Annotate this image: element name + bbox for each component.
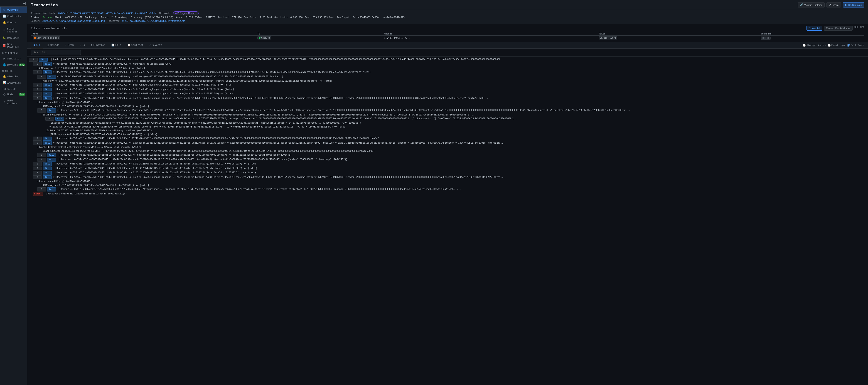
expand-icon[interactable]: ▼: [53, 62, 55, 66]
collapse-icon[interactable]: ◀: [23, 1, 26, 5]
trace-line: SCALL▼(Router => 0xf1e3a5842eeef51f2967b…: [27, 187, 868, 192]
trace-text: (0x5e8adfd6742983ca464efe0c28fd24788a328…: [50, 121, 361, 125]
gas-limit-label: Gas Limit:: [274, 16, 288, 19]
timestamp-value: 3 min ago (17/01/2024 13:08:30): [131, 16, 174, 19]
s-badge: S: [29, 58, 38, 62]
expand-icon[interactable]: ▼: [57, 75, 59, 78]
trace-line: SCALL▼[Receiver] 0x557da53fdae1b67614258…: [27, 166, 868, 171]
expand-icon[interactable]: ▼: [65, 117, 67, 120]
view-explorer-button[interactable]: 🔗 View in Explorer: [798, 2, 825, 7]
tab-from[interactable]: ← From: [63, 42, 76, 48]
expand-icon[interactable]: ▼: [50, 125, 51, 128]
full-trace-option[interactable]: Full Trace: [847, 44, 864, 47]
trace-text: [Receiver] 0x557da53fdae1b67614258451bf3…: [55, 70, 371, 74]
trace-text: [Receiver] 0x557da53fdae1b67614258451bf3…: [46, 192, 127, 195]
trace-text: (ARMProxy => 0x917a6913f785094f8b06785aa…: [50, 133, 157, 136]
col-token: Token: [597, 32, 759, 36]
sidebar-item-simulator[interactable]: ▶ Simulator: [0, 55, 27, 62]
sidebar-item-analytics[interactable]: 📊 Analytics: [0, 79, 27, 86]
trace-line: SCALL▼[Receiver] 0x557da53fdae1b67614258…: [27, 70, 868, 75]
contracts-icon: 📄: [3, 14, 6, 18]
trace-text: (Router => ARMProxy).fallback(0x39796f7): [37, 101, 92, 104]
col-standard: Standard: [759, 32, 864, 36]
sidebar-item-label: DevNets: [7, 64, 18, 66]
trace-line: (Router => ARMProxy).fallback(0x39796f7): [27, 100, 868, 104]
tx-hash-label: Transaction Hash:: [31, 12, 57, 15]
call-badge: CALL: [55, 117, 64, 121]
trace-line: SCALL▼[Receiver] 0x557da53fdae1b67614258…: [27, 175, 868, 180]
expand-icon[interactable]: ▼: [53, 96, 55, 100]
tab-reverts[interactable]: ↩ Reverts: [147, 42, 165, 48]
s-badge: S: [37, 75, 46, 79]
value-value: 0 MATIC: [206, 16, 215, 19]
events-icon: 🔔: [3, 21, 6, 24]
contract-icon: 📋: [127, 43, 130, 46]
re-simulate-button[interactable]: ▶ Re-Simulate: [843, 2, 864, 7]
trace-text: (ARMProxy => 0x917a6913f785094f8b06785aa…: [41, 184, 149, 187]
tab-all[interactable]: ≡ All: [31, 42, 43, 48]
na-value: N/A: [860, 26, 864, 31]
s-badge: S: [37, 187, 46, 191]
s-badge: S: [33, 88, 42, 92]
call-badge: CALL: [43, 96, 52, 100]
sidebar-item-contracts[interactable]: 📄 Contracts: [0, 13, 27, 19]
expand-icon[interactable]: ▼: [53, 141, 55, 145]
sidebar-item-web3-actions[interactable]: ⚡ Web3 Actions: [0, 98, 27, 107]
trace-text: (SelfFundedPingPong => Router).ccipSend(…: [41, 113, 474, 117]
expand-icon[interactable]: ▼: [53, 70, 55, 74]
call-badge: CALL: [43, 171, 52, 175]
file-icon: 📄: [111, 43, 114, 46]
devnets-badge: New: [19, 64, 25, 66]
sidebar-item-alerting[interactable]: 🔔 Alerting: [0, 73, 27, 79]
share-icon: ↗: [829, 3, 831, 6]
tab-file[interactable]: 📄 File: [108, 42, 124, 48]
amount-cell: 11,408,340,813,2...: [382, 36, 597, 40]
sidebar-item-gas-profiler[interactable]: ⛽ Gas Profiler: [0, 41, 27, 50]
sidebar-item-devnets[interactable]: 🌐 DevNets New: [0, 62, 27, 68]
sidebar-item-debugger[interactable]: 🐛 Debugger: [0, 35, 27, 41]
tx-info: Transaction Hash: 0x06cb1c7d92483e67382a…: [27, 10, 868, 24]
trace-line: SCALL▼(Router => 0x5e8adfd6742983ca464ef…: [27, 117, 868, 121]
sidebar-item-state-changes[interactable]: ≡ State Changes: [0, 26, 27, 35]
trace-text: (0x5e8adfd6742983ca464efe0c28fd24788a328…: [52, 125, 346, 128]
sidebar-item-label: Gas Profiler: [7, 43, 25, 49]
s-badge: S: [45, 117, 54, 121]
s-badge: S: [33, 92, 42, 96]
trace-content: SCALL▼[Sender] 0x19022f3c575b4a36e01af11…: [27, 57, 868, 385]
trace-text: (0x2f68e281e21d713f51cb7cf3fb97384383c83…: [59, 75, 283, 78]
call-badge: CALL: [43, 136, 52, 141]
sidebar-toggle[interactable]: ◀: [0, 0, 27, 7]
call-badge: CALL: [43, 70, 52, 74]
call-badge: CALL: [47, 158, 56, 162]
expand-icon[interactable]: ▼: [57, 108, 59, 112]
sidebar-item-events[interactable]: 🔔 Events: [0, 19, 27, 26]
storage-access-option[interactable]: Storage Access: [803, 44, 826, 47]
call-badge: CALL: [43, 83, 52, 87]
to-icon: →: [80, 43, 81, 46]
search-input[interactable]: [31, 50, 81, 55]
tab-contract[interactable]: 📋 Contract: [125, 42, 146, 48]
tokens-toggle: Show All Group By Address USD N/A: [806, 26, 864, 31]
show-all-button[interactable]: Show All: [806, 26, 822, 31]
alerting-icon: 🔔: [3, 75, 6, 78]
tab-function[interactable]: ƒ Function: [88, 42, 108, 48]
sidebar-item-overview[interactable]: ⊞ Overview: [0, 7, 27, 13]
tab-to[interactable]: → To: [77, 42, 88, 48]
all-icon: ≡: [34, 43, 35, 46]
sidebar-item-label: State Changes: [7, 27, 25, 33]
sidebar-item-label: Debugger: [7, 36, 19, 39]
trace-text: [Receiver] 0x557da53fdae1b67614258451bf3…: [55, 166, 257, 170]
event-logs-option[interactable]: Event Logs: [828, 44, 845, 47]
expand-icon[interactable]: ▼: [53, 175, 55, 179]
sidebar-item-node[interactable]: ⬡ Node New: [0, 91, 27, 98]
call-badge: CALL: [47, 108, 56, 113]
share-button[interactable]: ↗ Share: [827, 2, 841, 7]
topbar-actions: 🔗 View in Explorer ↗ Share ▶ Re-Simulate: [798, 2, 864, 7]
tokens-title: Tokens transferred (1): [31, 27, 67, 30]
trace-line: (SelfFundedPingPong => Router).ccipSend(…: [27, 113, 868, 117]
receiver-value: 0x557da53fdae1b67614258451bf3944ff9c9e29…: [122, 20, 185, 23]
tab-opcode[interactable]: {} OpCode: [44, 42, 62, 48]
status-value: Success: [43, 16, 52, 19]
token-chip: 0x326c...06fb: [599, 36, 617, 39]
group-by-address-button[interactable]: Group By Address: [824, 26, 852, 31]
